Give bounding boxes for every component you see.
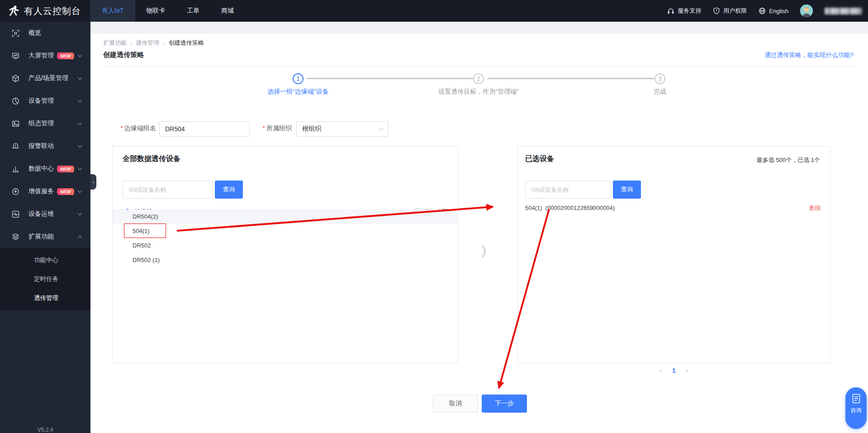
image-icon (12, 120, 19, 128)
step-1-circle: 1 (293, 73, 304, 84)
layers-icon (12, 233, 19, 241)
username-blurred[interactable] (825, 8, 862, 14)
org-select-value: 根组织 (302, 125, 321, 133)
value-service-icon (12, 188, 19, 195)
new-badge: NEW (57, 188, 75, 195)
chevron-down-icon (78, 211, 82, 216)
sidebar-item-device-mgmt[interactable]: 设备管理 (0, 90, 90, 112)
group-name-label: *边缘端组名 (90, 124, 156, 133)
sidebar-item-label: 扩展功能 (28, 233, 54, 241)
transfer-right-icon[interactable]: 〉〉 (470, 243, 494, 259)
breadcrumb-separator: › (130, 40, 132, 47)
chevron-down-icon (78, 121, 82, 125)
device-row-504-1[interactable]: 504(1) (113, 224, 458, 238)
chevron-down-icon (78, 76, 82, 80)
breadcrumb-current: 创建透传策略 (169, 39, 204, 47)
step-3-label: 完成 (654, 88, 666, 96)
selected-device-name: 504(1) (00002000122659000004) (525, 200, 615, 216)
avatar[interactable] (800, 5, 813, 17)
next-step-button[interactable]: 下一步 (482, 395, 527, 413)
selected-device-row: 504(1) (00002000122659000004) 删除 (518, 200, 830, 216)
tab-iot-card[interactable]: 物联卡 (135, 0, 176, 22)
org-select[interactable]: 根组织 (296, 121, 389, 137)
sidebar-item-extensions[interactable]: 扩展功能 (0, 225, 90, 248)
sidebar-item-label: 增值服务 (28, 187, 54, 195)
new-badge: NEW (57, 52, 75, 59)
tab-usr-iot[interactable]: 有人IoT (90, 0, 135, 22)
sidebar-item-screen-mgmt[interactable]: 大屏管理 NEW (0, 44, 90, 67)
pulse-icon (12, 210, 19, 218)
breadcrumb-extensions[interactable]: 扩展功能 (103, 39, 127, 47)
sidebar-item-alarm-linkage[interactable]: 报警联动 (0, 135, 90, 157)
new-badge: NEW (57, 166, 75, 172)
sidebar-item-product-scene[interactable]: 产品/场景管理 (0, 67, 90, 90)
chevron-down-icon (78, 143, 82, 148)
pie-chart-icon (12, 97, 19, 105)
submenu-item-scheduled-tasks[interactable]: 定时任务 (0, 270, 90, 289)
chevron-down-icon (78, 189, 82, 193)
sidebar-item-overview[interactable]: 概览 (0, 22, 90, 44)
device-row-dr504-2[interactable]: DR504(2) (113, 209, 458, 224)
required-asterisk: * (121, 124, 123, 132)
service-support[interactable]: 服务支持 (667, 7, 701, 15)
chevron-down-icon (78, 98, 82, 103)
required-asterisk: * (263, 124, 265, 132)
step-2-circle: 2 (473, 73, 484, 84)
sidebar-item-label: 设备运维 (28, 210, 54, 218)
language-switch[interactable]: English (759, 7, 788, 14)
sidebar-item-data-center[interactable]: 数据中心 NEW (0, 157, 90, 180)
tab-mall[interactable]: 商城 (210, 0, 245, 22)
sidebar-item-label: 产品/场景管理 (28, 74, 68, 82)
user-permission[interactable]: 用户权限 (713, 7, 747, 15)
screen-icon (12, 52, 19, 60)
sidebar-item-label: 数据中心 (28, 165, 54, 173)
chevron-up-icon (78, 235, 82, 240)
logo[interactable]: 有人云控制台 (0, 5, 90, 17)
app-title: 有人云控制台 (24, 5, 81, 17)
device-row-dr502[interactable]: DR502 (113, 238, 458, 253)
sidebar-item-label: 概览 (28, 29, 41, 37)
left-query-button[interactable]: 查询 (215, 181, 243, 199)
topbar: 有人云控制台 有人IoT 物联卡 工单 商城 服务支持 用户权限 English (0, 0, 868, 22)
step-connector (307, 78, 474, 79)
left-search-input[interactable] (123, 181, 213, 199)
chevron-down-icon (379, 126, 384, 130)
avatar-image (800, 5, 813, 17)
sidebar-collapse-handle[interactable]: ‹ (90, 174, 96, 190)
right-query-button[interactable]: 查询 (613, 181, 641, 199)
cancel-button[interactable]: 取消 (433, 395, 478, 413)
consult-float-button[interactable]: 咨询 (845, 387, 867, 429)
pagination: ‹ 1 › (643, 366, 705, 375)
page-prev-button[interactable]: ‹ (660, 366, 662, 375)
sidebar-item-config-mgmt[interactable]: 组态管理 (0, 112, 90, 135)
delete-link[interactable]: 删除 (809, 200, 821, 216)
sidebar-item-label: 组态管理 (28, 119, 54, 128)
sidebar-item-value-added[interactable]: 增值服务 NEW (0, 180, 90, 203)
title-divider (103, 66, 855, 67)
tab-work-order[interactable]: 工单 (176, 0, 210, 22)
step-2-label: 设置透传目标，作为“管理端” (438, 88, 518, 96)
shield-icon (713, 7, 720, 14)
breadcrumb-passthrough[interactable]: 透传管理 (136, 39, 159, 47)
service-support-label: 服务支持 (678, 7, 701, 15)
extensions-submenu: 功能中心 定时任务 透传管理 (0, 248, 90, 310)
step-3-circle: 3 (655, 73, 665, 84)
sidebar-item-device-ops[interactable]: 设备运维 (0, 203, 90, 225)
help-link[interactable]: 通过透传策略，能实现什么功能? (764, 51, 854, 59)
document-icon (852, 394, 861, 404)
submenu-item-passthrough-mgmt[interactable]: 透传管理 (0, 289, 90, 308)
page-next-button[interactable]: › (686, 366, 688, 375)
step-connector (487, 78, 655, 79)
page-number[interactable]: 1 (672, 367, 676, 374)
submenu-item-function-center[interactable]: 功能中心 (0, 251, 90, 270)
right-search-input[interactable] (525, 181, 611, 199)
all-devices-title: 全部数据透传设备 (123, 154, 180, 164)
app-window: 有人云控制台 有人IoT 物联卡 工单 商城 服务支持 用户权限 English (0, 0, 868, 433)
chevron-down-icon (78, 53, 82, 57)
language-label: English (769, 8, 788, 14)
top-nav: 有人IoT 物联卡 工单 商城 (90, 0, 245, 22)
consult-label: 咨询 (851, 407, 862, 414)
selected-devices-panel: 已选设备 最多选 500个，已选 1个 查询 504(1) (000020001… (517, 146, 830, 363)
sidebar-item-label: 大屏管理 (28, 52, 54, 60)
device-row-dr502-1[interactable]: DR502 (1) (113, 253, 458, 267)
